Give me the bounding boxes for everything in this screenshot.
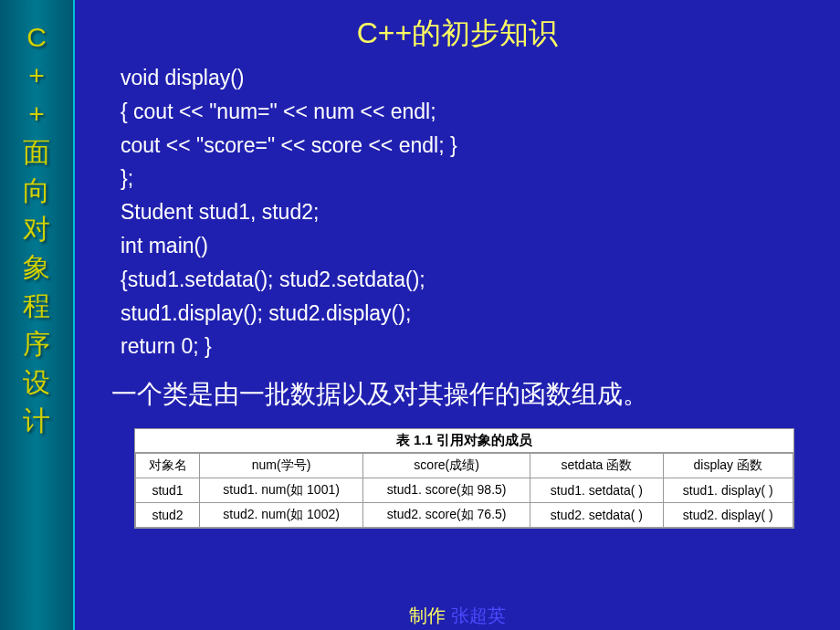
col-header: score(成绩) (363, 454, 530, 478)
cell: stud1. display( ) (663, 478, 793, 503)
cell: stud1. setdata( ) (530, 478, 663, 503)
table-header-row: 对象名 num(学号) score(成绩) setdata 函数 display… (136, 454, 793, 478)
sidebar-char: 序 (23, 325, 50, 363)
cell: stud1. num(如 1001) (200, 478, 363, 503)
sidebar-char: 向 (23, 172, 50, 210)
sidebar-char: + (28, 95, 45, 133)
code-line: {stud1.setdata(); stud2.setdata(); (121, 263, 840, 297)
cell: stud1. score(如 98.5) (363, 478, 530, 503)
code-line: Student stud1, stud2; (121, 195, 840, 229)
code-line: cout << "score=" << score << endl; } (121, 129, 840, 163)
table-row: stud1 stud1. num(如 1001) stud1. score(如 … (136, 478, 793, 503)
col-header: num(学号) (200, 454, 363, 478)
summary-text: 一个类是由一批数据以及对其操作的函数组成。 (111, 377, 813, 412)
sidebar-char: 象 (23, 248, 50, 287)
cell: stud2. display( ) (663, 503, 793, 528)
sidebar-char: C (26, 18, 47, 57)
slide-title: C++的初步知识 (75, 0, 840, 61)
code-line: }; (121, 162, 840, 195)
sidebar-char: 计 (23, 402, 50, 440)
table-caption: 表 1.1 引用对象的成员 (135, 429, 793, 453)
cell: stud1 (136, 478, 200, 503)
footer: 制作 张超英 (75, 604, 840, 628)
sidebar: C + + 面 向 对 象 程 序 设 计 (0, 0, 73, 630)
main-slide: C++的初步知识 void display() { cout << "num="… (75, 0, 840, 630)
cell: stud2 (136, 503, 200, 528)
code-line: void display() (121, 61, 840, 95)
code-line: int main() (121, 229, 840, 263)
sidebar-char: 对 (23, 210, 50, 248)
col-header: display 函数 (663, 454, 793, 478)
col-header: 对象名 (136, 454, 200, 478)
table-container: 表 1.1 引用对象的成员 对象名 num(学号) score(成绩) setd… (134, 428, 794, 529)
sidebar-char: 面 (23, 133, 50, 172)
object-member-table: 对象名 num(学号) score(成绩) setdata 函数 display… (135, 453, 793, 528)
code-line: return 0; } (121, 330, 840, 363)
footer-label: 制作 (409, 605, 446, 625)
sidebar-char: + (28, 57, 45, 95)
cell: stud2. score(如 76.5) (363, 503, 530, 528)
table-row: stud2 stud2. num(如 1002) stud2. score(如 … (136, 503, 793, 528)
cell: stud2. setdata( ) (530, 503, 663, 528)
footer-author: 张超英 (446, 605, 506, 625)
sidebar-char: 设 (23, 363, 50, 402)
code-line: { cout << "num=" << num << endl; (121, 95, 840, 129)
cell: stud2. num(如 1002) (200, 503, 363, 528)
code-block: void display() { cout << "num=" << num <… (121, 61, 840, 363)
sidebar-char: 程 (23, 287, 50, 325)
code-line: stud1.display(); stud2.display(); (121, 297, 840, 331)
col-header: setdata 函数 (530, 454, 663, 478)
